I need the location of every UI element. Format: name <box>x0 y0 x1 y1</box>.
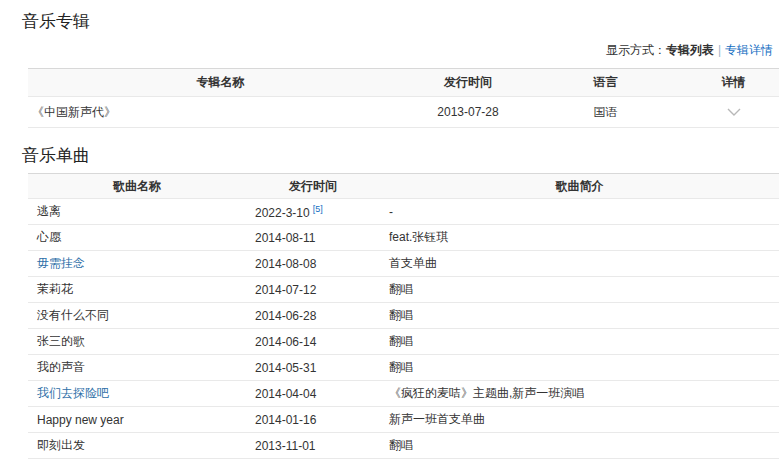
reference-link[interactable]: [5] <box>313 204 323 214</box>
album-date: 2013-07-28 <box>413 97 523 128</box>
albums-table: 专辑名称 发行时间 语言 详情 《中国新声代》 2013-07-28 国语 <box>28 68 779 128</box>
display-mode-album-detail-link[interactable]: 专辑详情 <box>725 43 773 57</box>
song-row: 张三的歌 2014-06-14 翻唱 <box>28 329 779 355</box>
song-row: Happy new year 2014-01-16 新声一班首支单曲 <box>28 407 779 433</box>
song-date: 2022-3-10 <box>255 206 310 220</box>
song-name: 逃离 <box>28 199 246 225</box>
song-date: 2014-06-14 <box>246 329 380 355</box>
song-row: 毋需挂念 2014-08-08 首支单曲 <box>28 251 779 277</box>
song-name: 即刻出发 <box>28 433 246 459</box>
song-intro: 新声一班首支单曲 <box>380 407 779 433</box>
album-language: 国语 <box>523 97 688 128</box>
song-intro: 翻唱 <box>380 303 779 329</box>
song-name: Happy new year <box>28 407 246 433</box>
song-intro: 翻唱 <box>380 355 779 381</box>
song-row: 即刻出发 2013-11-01 翻唱 <box>28 433 779 459</box>
albums-header-row: 专辑名称 发行时间 语言 详情 <box>28 69 779 97</box>
song-name: 没有什么不同 <box>28 303 246 329</box>
chevron-down-icon <box>727 105 741 119</box>
song-intro: 首支单曲 <box>380 251 779 277</box>
song-date: 2014-08-11 <box>246 225 380 251</box>
song-intro: 翻唱 <box>380 329 779 355</box>
album-row: 《中国新声代》 2013-07-28 国语 <box>28 97 779 128</box>
album-section-title: 音乐专辑 <box>0 0 779 32</box>
expand-album-detail-button[interactable] <box>723 104 745 120</box>
albums-header-name: 专辑名称 <box>28 69 413 97</box>
song-date: 2014-05-31 <box>246 355 380 381</box>
albums-header-language: 语言 <box>523 69 688 97</box>
singles-header-name: 歌曲名称 <box>28 174 246 199</box>
display-mode-separator: | <box>718 43 721 57</box>
song-name-link[interactable]: 毋需挂念 <box>37 256 85 270</box>
singles-header-row: 歌曲名称 发行时间 歌曲简介 <box>28 174 779 199</box>
song-name: 茉莉花 <box>28 277 246 303</box>
song-date: 2014-04-04 <box>246 381 380 407</box>
album-name: 《中国新声代》 <box>28 97 413 128</box>
albums-header-date: 发行时间 <box>413 69 523 97</box>
display-mode-album-list[interactable]: 专辑列表 <box>666 43 714 57</box>
singles-table: 歌曲名称 发行时间 歌曲简介 逃离 2022-3-10[5] - 心愿 2014… <box>28 173 779 459</box>
song-date: 2014-08-08 <box>246 251 380 277</box>
song-name: 心愿 <box>28 225 246 251</box>
albums-header-detail: 详情 <box>688 69 779 97</box>
song-intro: 《疯狂的麦咭》主题曲,新声一班演唱 <box>380 381 779 407</box>
song-date: 2014-07-12 <box>246 277 380 303</box>
song-row: 我们去探险吧 2014-04-04 《疯狂的麦咭》主题曲,新声一班演唱 <box>28 381 779 407</box>
song-date: 2014-06-28 <box>246 303 380 329</box>
song-intro: 翻唱 <box>380 433 779 459</box>
song-intro: - <box>380 199 779 225</box>
song-row: 心愿 2014-08-11 feat.张钰琪 <box>28 225 779 251</box>
song-name: 我的声音 <box>28 355 246 381</box>
singles-header-intro: 歌曲简介 <box>380 174 779 199</box>
song-row: 茉莉花 2014-07-12 翻唱 <box>28 277 779 303</box>
song-intro: feat.张钰琪 <box>380 225 779 251</box>
singles-header-date: 发行时间 <box>246 174 380 199</box>
song-intro: 翻唱 <box>380 277 779 303</box>
singles-section-title: 音乐单曲 <box>0 128 779 166</box>
song-row: 我的声音 2014-05-31 翻唱 <box>28 355 779 381</box>
song-row: 逃离 2022-3-10[5] - <box>28 199 779 225</box>
display-mode-bar: 显示方式：专辑列表|专辑详情 <box>0 42 779 58</box>
song-name-link[interactable]: 我们去探险吧 <box>37 386 109 400</box>
song-date: 2013-11-01 <box>246 433 380 459</box>
display-mode-label: 显示方式： <box>606 43 666 57</box>
song-name: 张三的歌 <box>28 329 246 355</box>
song-date: 2014-01-16 <box>246 407 380 433</box>
song-row: 没有什么不同 2014-06-28 翻唱 <box>28 303 779 329</box>
